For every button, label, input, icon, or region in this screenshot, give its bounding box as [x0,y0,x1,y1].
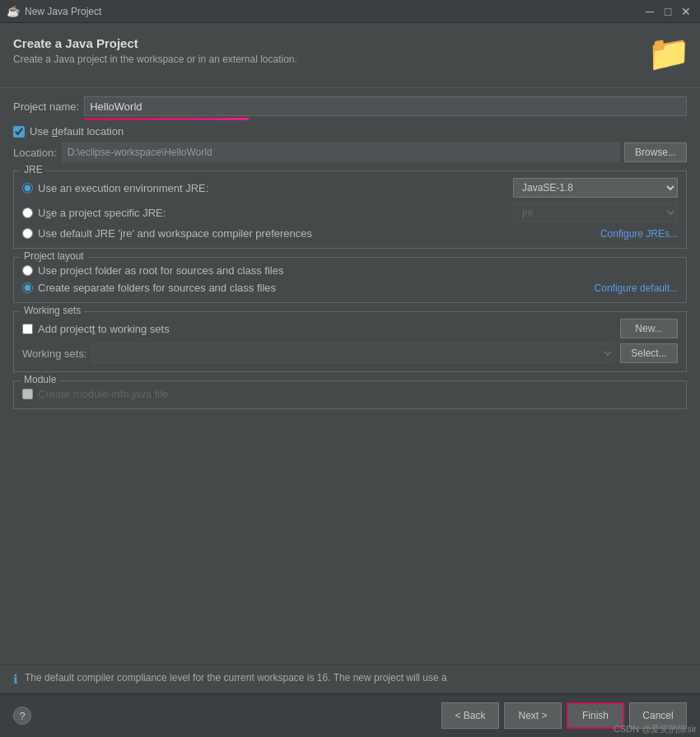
configure-jres-link[interactable]: Configure JREs... [600,228,678,240]
working-sets-select-row: Working sets: Select... [22,343,678,363]
info-icon: ℹ [13,672,18,687]
default-location-label: Use default location [30,125,124,138]
dialog-subtitle: Create a Java project in the workspace o… [13,54,297,65]
module-legend: Module [21,374,59,385]
dialog-footer: ? < Back Next > Finish Cancel [0,693,700,737]
back-button[interactable]: < Back [441,702,499,729]
folder-icon: 📁 [647,36,687,76]
info-bar: ℹ The default compiler compliance level … [0,665,700,693]
layout-option1-radio[interactable] [22,265,33,276]
dialog-title: Create a Java Project [13,36,297,50]
info-text: The default compiler compliance level fo… [25,672,447,683]
layout-option1-row: Use project folder as root for sources a… [22,264,678,277]
jre-execution-env-select[interactable]: JavaSE-1.8 JavaSE-11 JavaSE-16 JavaSE-17 [513,178,678,198]
configure-default-link[interactable]: Configure default... [595,282,678,294]
layout-option1-label: Use project folder as root for sources a… [38,264,678,277]
jre-group: JRE Use an execution environment JRE: Ja… [13,170,687,249]
layout-option2-radio[interactable] [22,282,33,293]
add-to-working-sets-checkbox[interactable] [22,324,33,334]
new-working-set-button[interactable]: New... [620,319,678,338]
help-button[interactable]: ? [13,707,31,725]
working-sets-checkbox-row: Add projectt to working sets New... [22,319,678,338]
titlebar-title: New Java Project [25,6,642,17]
working-sets-label: Working sets: [22,348,87,360]
watermark: CSDN @爱笑的陈sir [614,723,697,735]
jre-specific-select: jre [513,203,678,222]
dialog-content: Project name: Use default location Locat… [0,88,700,665]
next-button[interactable]: Next > [504,702,562,729]
module-group: Module Create module-info.java file [13,380,687,409]
jre-legend: JRE [21,164,46,175]
jre-option3-radio[interactable] [22,228,33,239]
jre-option3-label: Use default JRE 'jre' and workspace comp… [38,227,600,240]
add-to-working-sets-label: Add projectt to working sets [38,323,170,335]
location-input[interactable] [62,142,619,162]
working-sets-group: Working sets Add projectt to working set… [13,311,687,372]
browse-button[interactable]: Browse... [624,142,687,162]
default-location-row: Use default location [13,125,687,138]
project-name-input[interactable] [84,96,687,116]
jre-option2-label: Use a project specific JRE: [38,207,513,219]
input-accent-bar [84,118,249,120]
project-layout-legend: Project layout [21,250,87,262]
layout-option2-row: Create separate folders for sources and … [22,282,678,294]
jre-option1-radio[interactable] [22,183,33,194]
working-sets-select [92,343,615,363]
project-name-row: Project name: [13,96,687,116]
location-label: Location: [13,147,57,159]
default-location-checkbox[interactable] [13,126,25,138]
layout-option2-label: Create separate folders for sources and … [38,282,595,294]
maximize-button[interactable]: □ [660,4,675,19]
minimize-button[interactable]: ─ [642,4,657,19]
jre-option2-row: Use a project specific JRE: jre [22,203,678,222]
footer-left: ? [13,707,31,725]
project-name-label: Project name: [13,100,79,113]
jre-option1-label: Use an execution environment JRE: [38,182,513,194]
dialog-header: Create a Java Project Create a Java proj… [0,23,700,88]
working-sets-legend: Working sets [21,305,84,316]
create-module-info-checkbox [22,389,33,399]
titlebar: ☕ New Java Project ─ □ ✕ [0,0,700,23]
close-button[interactable]: ✕ [679,4,693,19]
app-icon: ☕ [7,5,20,18]
jre-option2-radio[interactable] [22,208,33,218]
dialog: Create a Java Project Create a Java proj… [0,23,700,737]
location-row: Location: Browse... [13,142,687,162]
module-checkbox-row: Create module-info.java file [22,388,678,400]
create-module-info-label: Create module-info.java file [38,388,168,400]
header-text: Create a Java Project Create a Java proj… [13,36,297,65]
project-layout-group: Project layout Use project folder as roo… [13,257,687,303]
window-controls: ─ □ ✕ [642,4,693,19]
jre-option1-row: Use an execution environment JRE: JavaSE… [22,178,678,198]
jre-option3-row: Use default JRE 'jre' and workspace comp… [22,227,678,240]
select-working-set-button[interactable]: Select... [620,343,678,363]
